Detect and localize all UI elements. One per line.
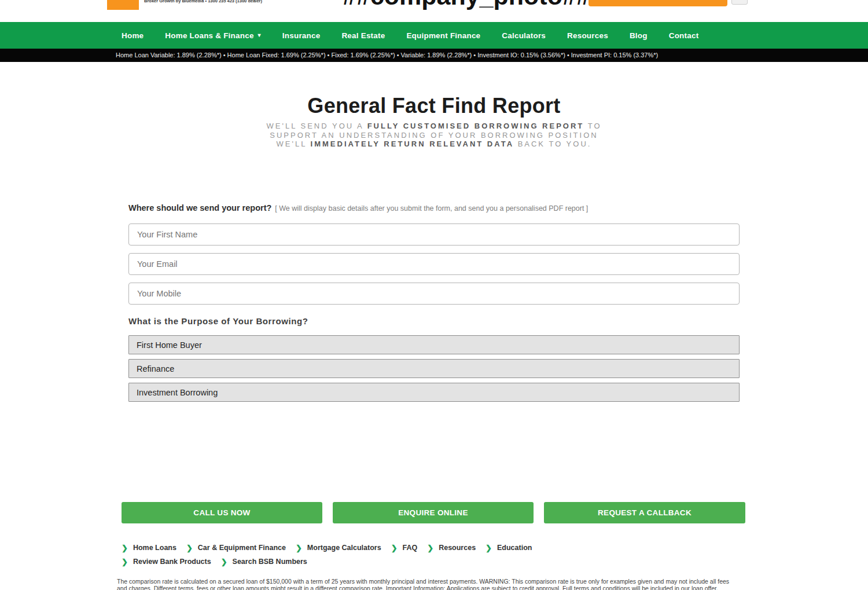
mobile-input[interactable]	[128, 283, 740, 305]
chevron-right-icon: ❯	[221, 558, 227, 566]
footer-link-review-bank-products[interactable]: ❯Review Bank Products	[122, 558, 211, 566]
footer-link-label: FAQ	[403, 544, 418, 552]
chevron-right-icon: ❯	[186, 544, 193, 552]
footer-link-faq[interactable]: ❯FAQ	[391, 544, 418, 552]
company-name-placeholder: ##company_photo##	[343, 0, 590, 10]
send-report-question: Where should we send your report?	[128, 203, 271, 212]
nav-item-calculators[interactable]: Calculators	[502, 31, 546, 40]
chevron-right-icon: ❯	[122, 558, 128, 566]
nav-item-label: Equipment Finance	[406, 31, 480, 40]
footer-link-car-equipment-finance[interactable]: ❯Car & Equipment Finance	[186, 544, 286, 552]
header-tagline: Broker Growth by Bluemedia • 1300 235 42…	[144, 0, 262, 3]
page-subtitle: WE'LL SEND YOU A FULLY CUSTOMISED BORROW…	[0, 122, 868, 149]
footer-link-label: Mortgage Calculators	[307, 544, 381, 552]
email-input[interactable]	[128, 253, 740, 275]
subtitle-line-1: WE'LL SEND YOU A FULLY CUSTOMISED BORROW…	[0, 122, 868, 131]
enquire-online-button[interactable]: ENQUIRE ONLINE	[333, 502, 534, 523]
footer-links-row-2: ❯Review Bank Products ❯Search BSB Number…	[122, 555, 307, 568]
chevron-right-icon: ❯	[486, 544, 492, 552]
header-menu-button[interactable]	[731, 0, 748, 5]
send-report-label: Where should we send your report?[ We wi…	[128, 203, 588, 212]
main-nav: Home Home Loans & Finance ▾ Insurance Re…	[0, 22, 868, 49]
page-title: General Fact Find Report	[0, 94, 868, 118]
footer-link-label: Education	[497, 544, 532, 552]
footer-link-label: Search BSB Numbers	[233, 558, 307, 566]
chevron-right-icon: ❯	[427, 544, 433, 552]
nav-item-home-loans-finance[interactable]: Home Loans & Finance ▾	[165, 31, 261, 40]
disclaimer-line-2: and charges. Different terms, fees or ot…	[117, 585, 729, 590]
rates-ticker: Home Loan Variable: 1.89% (2.28%*) • Hom…	[0, 49, 868, 62]
chevron-right-icon: ❯	[391, 544, 398, 552]
nav-item-label: Blog	[630, 31, 648, 40]
purpose-option-first-home-buyer[interactable]: First Home Buyer	[128, 335, 740, 354]
footer-link-label: Car & Equipment Finance	[198, 544, 286, 552]
purpose-option-refinance[interactable]: Refinance	[128, 359, 740, 378]
nav-item-label: Contact	[669, 31, 699, 40]
footer-link-home-loans[interactable]: ❯Home Loans	[122, 544, 176, 552]
nav-item-resources[interactable]: Resources	[567, 31, 608, 40]
page: Broker Growth by Bluemedia • 1300 235 42…	[0, 0, 868, 590]
nav-item-label: Home	[122, 31, 144, 40]
nav-item-contact[interactable]: Contact	[669, 31, 699, 40]
header-cta-button[interactable]	[589, 0, 727, 6]
request-callback-button[interactable]: REQUEST A CALLBACK	[544, 502, 745, 523]
site-header: Broker Growth by Bluemedia • 1300 235 42…	[0, 0, 868, 22]
nav-item-label: Resources	[567, 31, 608, 40]
call-us-now-button[interactable]: CALL US NOW	[122, 502, 322, 523]
nav-item-label: Real Estate	[341, 31, 385, 40]
footer-link-education[interactable]: ❯Education	[486, 544, 532, 552]
footer-links-row-1: ❯Home Loans ❯Car & Equipment Finance ❯Mo…	[122, 541, 532, 554]
comparison-rate-disclaimer: The comparison rate is calculated on a s…	[117, 578, 729, 590]
disclaimer-line-1: The comparison rate is calculated on a s…	[117, 578, 729, 585]
footer-link-search-bsb-numbers[interactable]: ❯Search BSB Numbers	[221, 558, 307, 566]
footer-link-resources[interactable]: ❯Resources	[427, 544, 476, 552]
nav-item-real-estate[interactable]: Real Estate	[341, 31, 385, 40]
nav-item-home[interactable]: Home	[122, 31, 144, 40]
chevron-right-icon: ❯	[296, 544, 302, 552]
borrowing-purpose-label: What is the Purpose of Your Borrowing?	[128, 316, 308, 326]
nav-item-insurance[interactable]: Insurance	[282, 31, 321, 40]
footer-link-label: Resources	[439, 544, 476, 552]
nav-item-label: Calculators	[502, 31, 546, 40]
company-logo[interactable]	[107, 0, 139, 10]
footer-link-mortgage-calculators[interactable]: ❯Mortgage Calculators	[296, 544, 381, 552]
nav-item-blog[interactable]: Blog	[630, 31, 648, 40]
chevron-down-icon: ▾	[258, 32, 261, 38]
nav-item-equipment-finance[interactable]: Equipment Finance	[406, 31, 480, 40]
footer-link-label: Home Loans	[133, 544, 176, 552]
nav-item-label: Insurance	[282, 31, 321, 40]
subtitle-line-3: WE'LL IMMEDIATELY RETURN RELEVANT DATA B…	[0, 140, 868, 149]
first-name-input[interactable]	[128, 223, 740, 245]
purpose-option-investment-borrowing[interactable]: Investment Borrowing	[128, 383, 740, 402]
nav-item-label: Home Loans & Finance	[165, 31, 253, 40]
chevron-right-icon: ❯	[122, 544, 128, 552]
send-report-note: [ We will display basic details after yo…	[275, 204, 588, 212]
footer-link-label: Review Bank Products	[133, 558, 211, 566]
subtitle-line-2: SUPPORT AN UNDERSTANDING OF YOUR BORROWI…	[0, 131, 868, 140]
